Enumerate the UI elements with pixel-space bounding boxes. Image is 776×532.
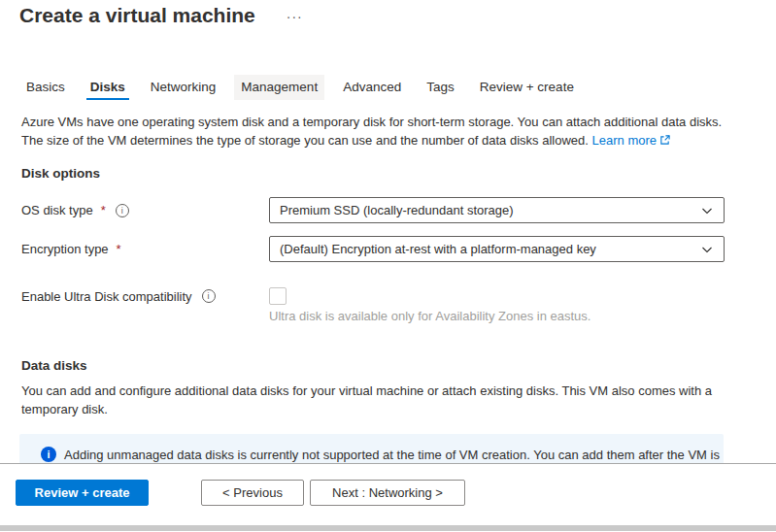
bottom-scrollbar-track[interactable] <box>0 525 776 531</box>
learn-more-label: Learn more <box>592 133 657 148</box>
more-options-button[interactable]: ··· <box>287 9 303 24</box>
tab-basics[interactable]: Basics <box>19 75 72 100</box>
ultra-disk-label-text: Enable Ultra Disk compatibility <box>21 289 192 304</box>
next-networking-button[interactable]: Next : Networking > <box>310 480 465 506</box>
wizard-tabs: Basics Disks Networking Management Advan… <box>19 75 776 100</box>
tab-tags[interactable]: Tags <box>420 75 461 100</box>
create-vm-page: Create a virtual machine ··· Basics Disk… <box>0 0 776 532</box>
data-disks-heading: Data disks <box>21 358 757 373</box>
os-disk-info-icon[interactable]: i <box>116 204 129 217</box>
intro-line-2: The size of the VM determines the type o… <box>21 133 589 148</box>
encryption-type-row: Encryption type* (Default) Encryption at… <box>21 236 757 262</box>
page-title: Create a virtual machine <box>19 4 255 27</box>
data-disks-line-1: You can add and configure additional dat… <box>21 382 757 400</box>
encryption-type-label: Encryption type* <box>21 236 269 262</box>
tab-networking[interactable]: Networking <box>144 75 223 100</box>
info-icon: i <box>41 447 56 462</box>
ultra-disk-helper-text: Ultra disk is available only for Availab… <box>269 309 757 323</box>
disk-options-heading: Disk options <box>21 166 757 181</box>
intro-line-1: Azure VMs have one operating system disk… <box>21 115 722 129</box>
required-asterisk: * <box>117 242 121 256</box>
external-link-icon <box>659 132 670 150</box>
os-disk-type-dropdown[interactable]: Premium SSD (locally-redundant storage) <box>269 197 725 223</box>
chevron-down-icon <box>700 204 714 217</box>
tab-review-create[interactable]: Review + create <box>473 75 581 100</box>
os-disk-type-value: Premium SSD (locally-redundant storage) <box>280 203 514 217</box>
tab-advanced[interactable]: Advanced <box>336 75 408 100</box>
ultra-disk-info-icon[interactable]: i <box>202 289 216 303</box>
data-disks-description: You can add and configure additional dat… <box>21 382 757 418</box>
ultra-disk-row: Enable Ultra Disk compatibility i Ultra … <box>21 287 757 323</box>
encryption-type-value: (Default) Encryption at-rest with a plat… <box>280 242 596 256</box>
data-disks-line-2: temporary disk. <box>21 400 757 418</box>
learn-more-link[interactable]: Learn more <box>592 133 670 148</box>
ultra-disk-checkbox[interactable] <box>269 287 287 305</box>
page-header: Create a virtual machine ··· <box>0 0 776 27</box>
os-disk-type-row: OS disk type* i Premium SSD (locally-red… <box>21 197 757 223</box>
info-banner-line-1: Adding unmanaged data disks is currently… <box>64 446 720 464</box>
os-disk-type-label: OS disk type* i <box>21 197 269 223</box>
tab-disks[interactable]: Disks <box>84 75 132 100</box>
ultra-disk-label: Enable Ultra Disk compatibility i <box>21 287 269 323</box>
review-create-button[interactable]: Review + create <box>16 480 149 506</box>
chevron-down-icon <box>700 243 714 256</box>
previous-button[interactable]: < Previous <box>201 480 304 506</box>
encryption-type-dropdown[interactable]: (Default) Encryption at-rest with a plat… <box>269 236 725 262</box>
disks-intro-text: Azure VMs have one operating system disk… <box>21 113 757 150</box>
required-asterisk: * <box>101 203 106 217</box>
tab-management[interactable]: Management <box>234 75 324 100</box>
wizard-footer: Review + create < Previous Next : Networ… <box>0 463 776 525</box>
encryption-type-label-text: Encryption type <box>21 242 109 256</box>
os-disk-type-label-text: OS disk type <box>21 203 93 217</box>
